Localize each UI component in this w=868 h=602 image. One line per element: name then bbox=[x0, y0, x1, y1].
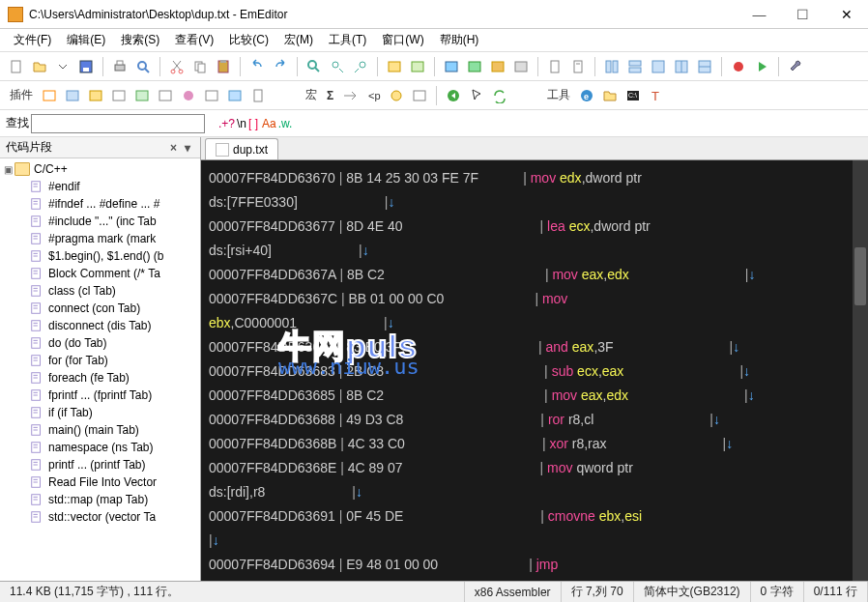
maximize-button[interactable]: ☐ bbox=[781, 1, 825, 28]
plugin-btn-10[interactable] bbox=[247, 85, 269, 106]
plugin-btn-5[interactable] bbox=[131, 85, 153, 106]
macro-btn-2[interactable]: <p bbox=[362, 85, 384, 106]
paste-button[interactable] bbox=[213, 56, 234, 77]
code-line[interactable]: 00007FF84DD6367C | BB 01 00 00 C0| mov bbox=[209, 287, 860, 311]
print-button[interactable] bbox=[109, 56, 130, 77]
plugin-btn-7[interactable] bbox=[178, 85, 199, 106]
cut-button[interactable] bbox=[166, 56, 188, 77]
tab-dup[interactable]: dup.txt bbox=[205, 138, 278, 159]
layout-4[interactable] bbox=[671, 56, 692, 77]
menu-search[interactable]: 搜索(S) bbox=[113, 29, 167, 51]
plugin-btn-8[interactable] bbox=[201, 85, 222, 106]
menu-file[interactable]: 文件(F) bbox=[6, 29, 59, 51]
snippet-item[interactable]: #include "..." (inc Tab bbox=[0, 213, 200, 230]
find-prev-button[interactable] bbox=[350, 56, 371, 77]
code-line[interactable]: |↓ bbox=[209, 529, 860, 553]
menu-compare[interactable]: 比较(C) bbox=[221, 29, 276, 51]
case-icon[interactable]: Aa bbox=[262, 117, 276, 130]
search-input[interactable] bbox=[31, 114, 205, 133]
copy-button[interactable] bbox=[189, 56, 211, 77]
snippet-item[interactable]: Read File Into Vector bbox=[0, 473, 200, 491]
toggle-panel-1[interactable] bbox=[384, 56, 405, 77]
save-button[interactable] bbox=[75, 56, 97, 77]
snippet-item[interactable]: $1.begin(), $1.end() (b bbox=[0, 247, 200, 265]
toggle-panel-2[interactable] bbox=[407, 56, 428, 77]
macro-btn-3[interactable] bbox=[386, 85, 407, 106]
code-line[interactable]: 00007FF84DD63670 | 8B 14 25 30 03 FE 7F|… bbox=[209, 166, 860, 190]
play-button[interactable] bbox=[751, 56, 772, 77]
menu-view[interactable]: 查看(V) bbox=[167, 29, 221, 51]
escape-icon[interactable]: \n bbox=[237, 117, 246, 130]
wrench-button[interactable] bbox=[785, 56, 806, 77]
code-line[interactable]: 00007FF84DD6367A | 8B C2| mov eax,edx|↓ bbox=[209, 263, 860, 287]
tools-cmd-button[interactable]: C:\ bbox=[622, 85, 644, 106]
code-line[interactable]: 00007FF84DD63688 | 49 D3 C8| ror r8,cl|↓ bbox=[209, 408, 860, 432]
cursor-button[interactable] bbox=[466, 85, 487, 106]
snippet-item[interactable]: for (for Tab) bbox=[0, 352, 200, 369]
snippet-item[interactable]: std::map (map Tab) bbox=[0, 491, 200, 508]
minimize-button[interactable]: — bbox=[738, 1, 781, 28]
sigma-icon[interactable]: Σ bbox=[323, 89, 337, 102]
snippet-item[interactable]: #endif bbox=[0, 178, 200, 195]
code-line[interactable]: ds:[rdi],r8|↓ bbox=[209, 480, 860, 504]
sidebar-close[interactable]: × bbox=[166, 141, 181, 155]
layout-2[interactable] bbox=[624, 56, 646, 77]
code-line[interactable]: 00007FF84DD63694 | E9 48 01 00 00| jmp bbox=[209, 553, 860, 577]
new-file-button[interactable] bbox=[6, 56, 27, 77]
plugin-btn-3[interactable] bbox=[85, 85, 106, 106]
cell-button-3[interactable] bbox=[487, 56, 508, 77]
expand-icon[interactable]: ▣ bbox=[4, 164, 13, 175]
snippet-tree[interactable]: ▣ C/C++ #endif#ifndef ... #define ... ##… bbox=[0, 158, 200, 581]
snippet-item[interactable]: Block Comment (/* Ta bbox=[0, 265, 200, 282]
code-line[interactable]: 00007FF84DD63683 | 2B C8| sub ecx,eax|↓ bbox=[209, 359, 860, 384]
regex-icon[interactable]: .+? bbox=[218, 117, 235, 130]
code-area[interactable]: 00007FF84DD63670 | 8B 14 25 30 03 FE 7F|… bbox=[201, 160, 868, 581]
layout-3[interactable] bbox=[648, 56, 669, 77]
code-line[interactable]: ebx,C0000001|↓ bbox=[209, 311, 860, 335]
layout-1[interactable] bbox=[601, 56, 622, 77]
record-button[interactable] bbox=[728, 56, 749, 77]
doc-button-2[interactable] bbox=[567, 56, 589, 77]
find-button[interactable] bbox=[304, 56, 325, 77]
tree-root[interactable]: ▣ C/C++ bbox=[0, 160, 200, 178]
snippet-item[interactable]: #ifndef ... #define ... # bbox=[0, 195, 200, 213]
plugin-btn-2[interactable] bbox=[62, 85, 83, 106]
menu-help[interactable]: 帮助(H) bbox=[432, 29, 487, 51]
plugin-btn-4[interactable] bbox=[108, 85, 130, 106]
cell-button-2[interactable] bbox=[464, 56, 485, 77]
menu-window[interactable]: 窗口(W) bbox=[374, 29, 431, 51]
cell-button-1[interactable] bbox=[441, 56, 462, 77]
menu-macro[interactable]: 宏(M) bbox=[276, 29, 321, 51]
snippet-item[interactable]: printf ... (printf Tab) bbox=[0, 456, 200, 473]
code-line[interactable]: 00007FF84DD6368E | 4C 89 07| mov qword p… bbox=[209, 456, 860, 480]
snippet-item[interactable]: namespace (ns Tab) bbox=[0, 439, 200, 456]
menu-edit[interactable]: 编辑(E) bbox=[59, 29, 113, 51]
code-line[interactable]: 00007FF84DD63681 | 83 E0 3F| and eax,3F|… bbox=[209, 335, 860, 359]
snippet-item[interactable]: fprintf ... (fprintf Tab) bbox=[0, 387, 200, 404]
snippet-item[interactable]: main() (main Tab) bbox=[0, 421, 200, 439]
tools-folder-button[interactable] bbox=[599, 85, 621, 106]
open-file-button[interactable] bbox=[29, 56, 50, 77]
snippet-item[interactable]: do (do Tab) bbox=[0, 334, 200, 352]
sidebar-pin[interactable]: ▾ bbox=[181, 141, 194, 155]
status-enc[interactable]: 简体中文(GB2312) bbox=[634, 582, 751, 602]
find-next-button[interactable] bbox=[327, 56, 348, 77]
snippet-item[interactable]: foreach (fe Tab) bbox=[0, 369, 200, 387]
cell-button-4[interactable] bbox=[510, 56, 532, 77]
close-button[interactable]: ✕ bbox=[825, 1, 868, 28]
plugin-btn-6[interactable] bbox=[155, 85, 176, 106]
scrollbar-vertical[interactable] bbox=[853, 160, 868, 581]
snippet-item[interactable]: #pragma mark (mark bbox=[0, 230, 200, 247]
snippet-item[interactable]: connect (con Tab) bbox=[0, 300, 200, 317]
snippet-item[interactable]: disconnect (dis Tab) bbox=[0, 317, 200, 334]
scrollbar-thumb[interactable] bbox=[854, 247, 866, 305]
tools-text-button[interactable]: T bbox=[646, 85, 667, 106]
code-line[interactable]: 00007FF84DD63677 | 8D 4E 40| lea ecx,dwo… bbox=[209, 215, 860, 239]
snippet-item[interactable]: class (cl Tab) bbox=[0, 282, 200, 300]
macro-btn-4[interactable] bbox=[409, 85, 430, 106]
redo-button[interactable] bbox=[270, 56, 291, 77]
refresh-button[interactable] bbox=[489, 85, 510, 106]
tools-ie-button[interactable]: e bbox=[576, 85, 597, 106]
code-line[interactable]: ds:[7FFE0330]|↓ bbox=[209, 190, 860, 215]
doc-button-1[interactable] bbox=[544, 56, 565, 77]
